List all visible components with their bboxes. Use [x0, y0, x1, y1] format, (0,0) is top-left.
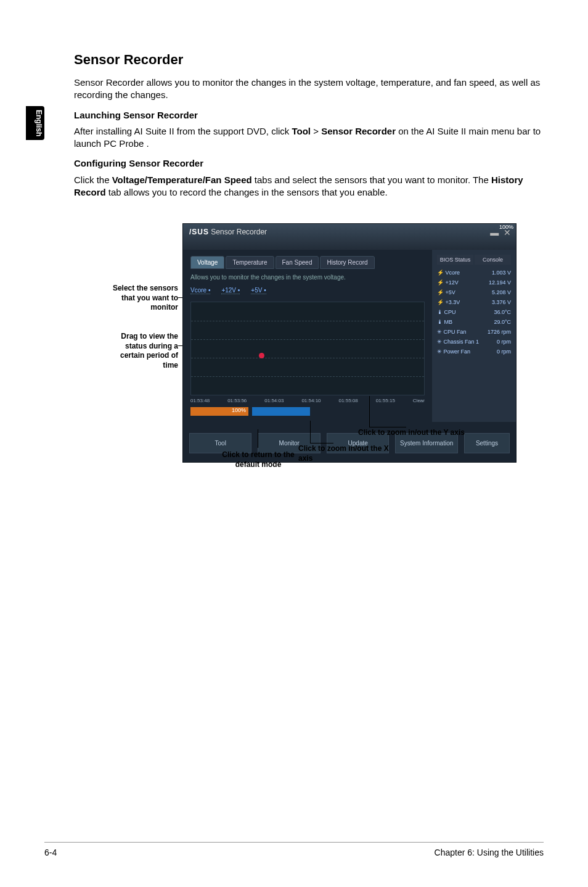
leader-line	[310, 443, 333, 444]
leader-line	[310, 421, 311, 443]
reading-row: ⚡ +5V5.208 V	[437, 289, 511, 295]
tab-temperature[interactable]: Temperature	[226, 256, 274, 269]
brand-logo: /SUS	[189, 228, 209, 236]
page-footer: 6-4 Chapter 6: Using the Utilities	[44, 842, 544, 857]
tab-history[interactable]: History Record	[320, 256, 374, 269]
reading-row: ⚡ Vcore1.003 V	[437, 270, 511, 276]
sensor-5v[interactable]: +5V •	[251, 287, 266, 294]
callout-select: Select the sensors that you want to moni…	[105, 284, 178, 313]
zoom-y-slider[interactable]: 100%	[252, 407, 310, 416]
reading-row: ✳ CPU Fan1726 rpm	[437, 329, 511, 335]
app-window: /SUS Sensor Recorder ▬ ✕ Voltage Tempera…	[182, 223, 517, 463]
side-tab-console[interactable]: Console	[475, 255, 511, 265]
config-text: Click the Voltage/Temperature/Fan Speed …	[74, 174, 544, 199]
callout-zoom-y: Click to zoom in/out the Y axis	[358, 428, 475, 438]
sensor-checkboxes[interactable]: Vcore • +12V • +5V •	[190, 287, 425, 294]
config-heading: Configuring Sensor Recorder	[74, 157, 544, 170]
reading-row: ⚡ +3.3V3.376 V	[437, 299, 511, 305]
leader-line	[258, 429, 258, 448]
hint-text: Allows you to monitor the changes in the…	[190, 274, 425, 281]
tab-voltage[interactable]: Voltage	[190, 256, 224, 269]
zoom-x-slider[interactable]: 100%	[190, 407, 248, 416]
page-title: Sensor Recorder	[74, 52, 544, 68]
page-number: 6-4	[44, 848, 57, 857]
leader-line	[369, 396, 370, 427]
page-content: Sensor Recorder Sensor Recorder allows y…	[0, 0, 588, 463]
x-axis-labels: 01:53:4801:53:5601:54:0301:54:1001:55:08…	[190, 398, 425, 403]
chart-marker[interactable]	[259, 353, 264, 358]
line-chart[interactable]	[190, 302, 425, 395]
launch-text: After installing AI Suite II from the su…	[74, 125, 544, 151]
reading-row: ✳ Power Fan0 rpm	[437, 349, 511, 355]
clear-link[interactable]: Clear	[413, 398, 425, 403]
main-tabs: Voltage Temperature Fan Speed History Re…	[190, 256, 425, 269]
leader-line	[369, 427, 406, 427]
reading-row: ⚡ +12V12.194 V	[437, 279, 511, 286]
callout-zoom-x: Click to zoom in/out the X axis	[298, 444, 403, 463]
tab-fanspeed[interactable]: Fan Speed	[276, 256, 319, 269]
side-panel: BIOS Status Console ⚡ Vcore1.003 V ⚡ +12…	[432, 250, 516, 422]
reading-row: 🌡 CPU36.0°C	[437, 309, 511, 315]
callout-return: Click to return to the default mode	[215, 450, 301, 469]
callout-drag: Drag to view the status during a certain…	[105, 332, 178, 370]
language-tab: English	[26, 106, 44, 140]
reading-row: 🌡 MB29.0°C	[437, 319, 511, 325]
reading-row: ✳ Chassis Fan 10 rpm	[437, 339, 511, 345]
sensor-12v[interactable]: +12V •	[221, 287, 240, 294]
side-tab-bios[interactable]: BIOS Status	[437, 255, 473, 265]
sensor-vcore[interactable]: Vcore •	[190, 287, 210, 294]
launch-heading: Launching Sensor Recorder	[74, 109, 544, 122]
app-titlebar: /SUS Sensor Recorder ▬ ✕	[183, 224, 516, 250]
figure: Select the sensors that you want to moni…	[112, 223, 543, 463]
window-title: Sensor Recorder	[211, 228, 267, 236]
chapter-label: Chapter 6: Using the Utilities	[435, 848, 544, 857]
intro-text: Sensor Recorder allows you to monitor th…	[74, 76, 544, 102]
